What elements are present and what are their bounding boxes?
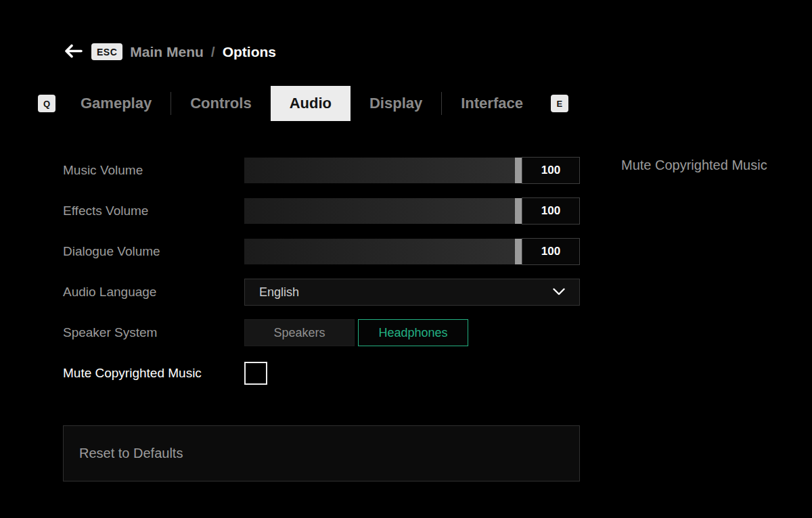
next-tab-key-badge: E <box>551 95 568 112</box>
effects-volume-row: Effects Volume 100 <box>63 197 580 225</box>
breadcrumb-separator: / <box>211 44 215 60</box>
back-button[interactable]: ESC <box>64 43 122 60</box>
speaker-system-row: Speaker System Speakers Headphones <box>63 319 580 346</box>
esc-key-badge: ESC <box>91 43 122 60</box>
breadcrumb-root: Main Menu <box>130 44 204 60</box>
effects-volume-slider[interactable] <box>244 198 522 224</box>
page-title: Options <box>223 44 276 60</box>
audio-language-value: English <box>259 285 299 300</box>
audio-language-select[interactable]: English <box>244 279 580 306</box>
effects-volume-slider-handle[interactable] <box>515 198 522 224</box>
audio-options-screen: ESC Main Menu / Options Q Gameplay Contr… <box>0 0 812 518</box>
dialogue-volume-row: Dialogue Volume 100 <box>63 238 580 265</box>
effects-volume-label: Effects Volume <box>63 204 244 218</box>
audio-language-label: Audio Language <box>63 285 244 300</box>
breadcrumb: ESC Main Menu / Options <box>64 43 276 60</box>
headphones-option-button[interactable]: Headphones <box>358 319 468 346</box>
dialogue-volume-value: 100 <box>522 238 580 265</box>
tab-controls[interactable]: Controls <box>171 86 270 121</box>
music-volume-value: 100 <box>522 157 580 184</box>
music-volume-label: Music Volume <box>63 163 244 178</box>
chevron-down-icon <box>553 286 565 298</box>
dialogue-volume-label: Dialogue Volume <box>63 244 244 259</box>
mute-copyrighted-music-label: Mute Copyrighted Music <box>63 366 244 381</box>
audio-language-row: Audio Language English <box>63 279 580 306</box>
back-arrow-icon <box>64 44 83 60</box>
effects-volume-value: 100 <box>522 197 580 225</box>
music-volume-row: Music Volume 100 <box>63 157 580 184</box>
tooltip-title: Mute Copyrighted Music <box>621 158 767 173</box>
speakers-option-button[interactable]: Speakers <box>244 319 355 346</box>
music-volume-slider-handle[interactable] <box>515 158 522 183</box>
prev-tab-key-badge: Q <box>38 95 55 112</box>
mute-copyrighted-music-row: Mute Copyrighted Music <box>63 360 580 387</box>
tab-gameplay[interactable]: Gameplay <box>62 86 171 121</box>
music-volume-slider[interactable] <box>244 158 522 183</box>
settings-panel: Music Volume 100 Effects Volume 100 Dial… <box>63 157 580 400</box>
tab-display[interactable]: Display <box>351 86 441 121</box>
tab-audio[interactable]: Audio <box>271 86 351 121</box>
dialogue-volume-slider-handle[interactable] <box>515 239 522 264</box>
mute-copyrighted-music-checkbox[interactable] <box>244 362 267 385</box>
tab-interface[interactable]: Interface <box>442 86 542 121</box>
speaker-system-label: Speaker System <box>63 325 244 340</box>
reset-to-defaults-button[interactable]: Reset to Defaults <box>63 425 580 481</box>
dialogue-volume-slider[interactable] <box>244 239 522 264</box>
tab-bar: Q Gameplay Controls Audio Display Interf… <box>38 86 568 121</box>
